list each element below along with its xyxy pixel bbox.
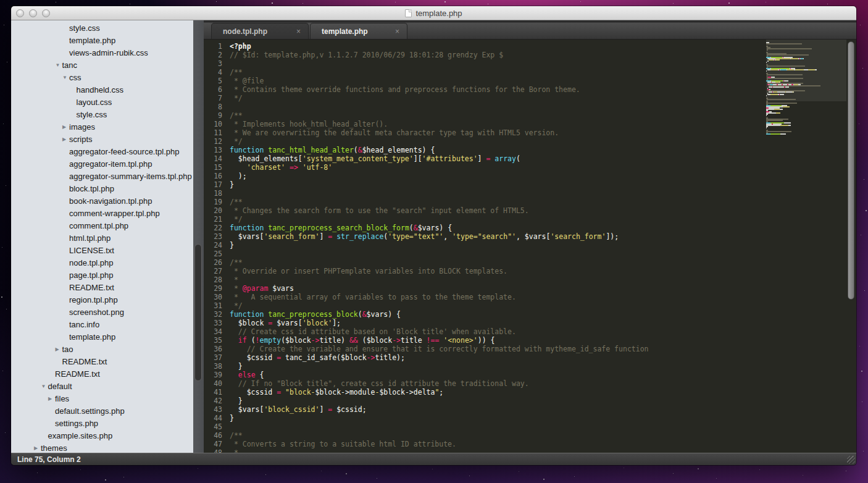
code-line[interactable]: 26/**: [204, 258, 766, 267]
tree-file-node.tpl.php[interactable]: node.tpl.php: [11, 256, 193, 269]
code-line[interactable]: 4/**: [204, 68, 766, 77]
tree-folder-files[interactable]: ▶files: [11, 392, 193, 405]
code-line[interactable]: 8: [204, 103, 766, 111]
line-number[interactable]: 31: [204, 301, 222, 310]
tree-file-handheld.css[interactable]: handheld.css: [11, 83, 193, 96]
tree-file-block.tpl.php[interactable]: block.tpl.php: [11, 182, 193, 195]
tree-file-style.css[interactable]: style.css: [11, 108, 193, 120]
line-number[interactable]: 3: [204, 59, 222, 68]
code-line[interactable]: 5 * @file: [204, 77, 766, 85]
code-line[interactable]: 33 $block = $vars['block'];: [204, 319, 766, 327]
line-number[interactable]: 29: [204, 284, 222, 293]
disclosure-closed-icon[interactable]: ▶: [34, 445, 41, 451]
tab-node-tpl-php[interactable]: node.tpl.php ×: [211, 23, 309, 39]
line-number[interactable]: 8: [204, 103, 222, 111]
tree-file-settings.php[interactable]: settings.php: [11, 417, 193, 429]
line-number[interactable]: 40: [204, 379, 222, 388]
code-line[interactable]: 48 *: [204, 448, 766, 453]
tree-folder-tao[interactable]: ▶tao: [11, 343, 193, 355]
tree-file-README.txt[interactable]: README.txt: [11, 368, 193, 380]
code-line[interactable]: 1<?php: [204, 42, 766, 51]
code-line[interactable]: 3: [204, 59, 766, 68]
code-line[interactable]: 7 */: [204, 94, 766, 103]
line-number[interactable]: 48: [204, 448, 222, 453]
tree-file-layout.css[interactable]: layout.css: [11, 96, 193, 108]
code-line[interactable]: 25: [204, 250, 766, 258]
tree-folder-default[interactable]: ▼default: [11, 380, 193, 392]
code-editor[interactable]: 1<?php2// $Id: template.php,v 1.1.2.7 20…: [204, 40, 766, 453]
code-line[interactable]: 31 */: [204, 301, 766, 310]
disclosure-closed-icon[interactable]: ▶: [56, 346, 62, 352]
tree-folder-themes[interactable]: ▶themes: [11, 442, 193, 453]
line-number[interactable]: 13: [204, 146, 222, 154]
resize-grip-icon[interactable]: [847, 456, 855, 464]
code-line[interactable]: 15 'charset' => 'utf-8': [204, 163, 766, 172]
line-number[interactable]: 38: [204, 362, 222, 371]
code-line[interactable]: 38 }: [204, 362, 766, 371]
line-number[interactable]: 24: [204, 241, 222, 250]
code-line[interactable]: 44}: [204, 414, 766, 422]
tree-file-comment-wrapper.tpl.php[interactable]: comment-wrapper.tpl.php: [11, 207, 193, 219]
line-number[interactable]: 16: [204, 172, 222, 180]
code-line[interactable]: 29 * @param $vars: [204, 284, 766, 293]
tree-file-README.txt[interactable]: README.txt: [11, 355, 193, 368]
disclosure-open-icon[interactable]: ▼: [62, 75, 69, 80]
line-number[interactable]: 45: [204, 422, 222, 431]
tab-close-icon[interactable]: ×: [294, 27, 303, 36]
code-line[interactable]: 17}: [204, 180, 766, 189]
line-number[interactable]: 37: [204, 353, 222, 362]
disclosure-open-icon[interactable]: ▼: [56, 62, 62, 68]
tree-file-aggregator-summary-items.tpl.php[interactable]: aggregator-summary-items.tpl.php: [11, 170, 193, 182]
code-line[interactable]: 18: [204, 189, 766, 198]
line-number[interactable]: 46: [204, 431, 222, 440]
line-number[interactable]: 35: [204, 336, 222, 345]
code-line[interactable]: 42 }: [204, 397, 766, 405]
code-line[interactable]: 46/**: [204, 431, 766, 440]
tab-template-php[interactable]: template.php ×: [310, 23, 407, 39]
code-line[interactable]: 13function tanc_html_head_alter(&$head_e…: [204, 146, 766, 154]
tree-folder-css[interactable]: ▼css: [11, 71, 193, 83]
code-line[interactable]: 23 $vars['search_form'] = str_replace('t…: [204, 232, 766, 241]
line-number[interactable]: 6: [204, 85, 222, 94]
code-line[interactable]: 30 * A sequential array of variables to …: [204, 293, 766, 301]
disclosure-open-icon[interactable]: ▼: [41, 384, 48, 389]
line-number[interactable]: 34: [204, 327, 222, 336]
line-number[interactable]: 47: [204, 440, 222, 448]
line-number[interactable]: 4: [204, 68, 222, 77]
tree-folder-scripts[interactable]: ▶scripts: [11, 133, 193, 145]
tree-file-example.sites.php[interactable]: example.sites.php: [11, 429, 193, 442]
code-line[interactable]: 39 else {: [204, 371, 766, 379]
tree-file-region.tpl.php[interactable]: region.tpl.php: [11, 293, 193, 306]
minimap[interactable]: [766, 40, 846, 453]
sidebar-scrollbar-thumb[interactable]: [194, 244, 202, 381]
line-number[interactable]: 1: [204, 42, 222, 51]
tree-folder-tanc[interactable]: ▼tanc: [11, 59, 193, 71]
sidebar-scrollbar[interactable]: [193, 20, 204, 453]
line-number[interactable]: 32: [204, 310, 222, 319]
code-line[interactable]: 28 *: [204, 275, 766, 284]
line-number[interactable]: 26: [204, 258, 222, 267]
tree-file-default.settings.php[interactable]: default.settings.php: [11, 405, 193, 417]
line-number[interactable]: 43: [204, 405, 222, 414]
minimize-button[interactable]: [29, 9, 37, 17]
tree-file-views-admin-rubik.css[interactable]: views-admin-rubik.css: [11, 46, 193, 59]
line-number[interactable]: 7: [204, 94, 222, 103]
code-line[interactable]: 21 */: [204, 215, 766, 224]
code-line[interactable]: 37 $cssid = tanc_id_safe($block->title);: [204, 353, 766, 362]
tree-file-style.css[interactable]: style.css: [11, 22, 193, 34]
line-number[interactable]: 25: [204, 250, 222, 258]
code-line[interactable]: 2// $Id: template.php,v 1.1.2.7 2010/06/…: [204, 51, 766, 59]
code-line[interactable]: 32function tanc_preprocess_block(&$vars)…: [204, 310, 766, 319]
editor-scrollbar-thumb[interactable]: [848, 41, 854, 300]
line-number[interactable]: 30: [204, 293, 222, 301]
tree-file-aggregator-feed-source.tpl.php[interactable]: aggregator-feed-source.tpl.php: [11, 145, 193, 158]
tree-file-aggregator-item.tpl.php[interactable]: aggregator-item.tpl.php: [11, 158, 193, 170]
line-number[interactable]: 27: [204, 267, 222, 275]
line-number[interactable]: 10: [204, 120, 222, 128]
line-number[interactable]: 21: [204, 215, 222, 224]
code-line[interactable]: 27 * Override or insert PHPTemplate vari…: [204, 267, 766, 275]
editor-scrollbar[interactable]: [846, 40, 856, 453]
title-bar[interactable]: template.php: [11, 6, 856, 20]
tree-file-tanc.info[interactable]: tanc.info: [11, 318, 193, 330]
tree-file-html.tpl.php[interactable]: html.tpl.php: [11, 232, 193, 244]
